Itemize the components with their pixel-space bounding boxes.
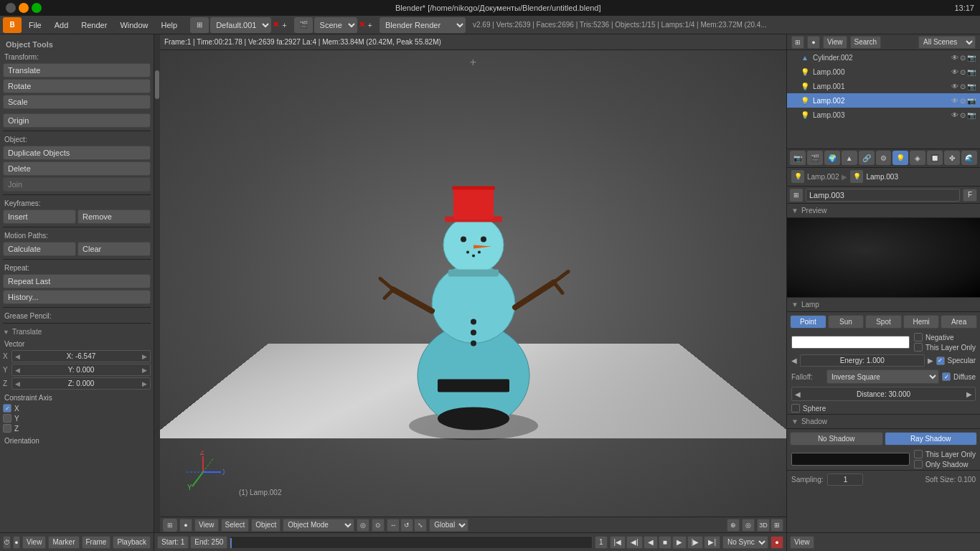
prop-tab-world[interactable]: 🌍 xyxy=(824,151,840,165)
scene-select[interactable]: Scene xyxy=(314,17,357,33)
outliner-item-lamp3[interactable]: 💡 Lamp.003 👁 ⊙ 📷 xyxy=(787,108,980,122)
prop-tab-object[interactable]: ▲ xyxy=(842,151,857,165)
falloff-select[interactable]: Inverse Square xyxy=(826,369,939,384)
clear-button[interactable]: Clear xyxy=(77,242,151,256)
marker-btn[interactable]: Marker xyxy=(48,536,79,549)
z-arrow-right[interactable]: ▶ xyxy=(142,380,147,387)
jump-start-btn[interactable]: |◀ xyxy=(610,536,626,549)
start-frame-btn[interactable]: Start: 1 xyxy=(157,536,189,549)
scale-manipulator-icon[interactable]: ⤡ xyxy=(414,519,427,532)
eye-icon[interactable]: 👁 xyxy=(951,54,958,62)
view-props-btn[interactable]: View xyxy=(790,536,814,549)
outliner-view-btn[interactable]: View xyxy=(823,36,847,49)
scene-add[interactable]: + xyxy=(368,21,372,29)
join-button[interactable]: Join xyxy=(3,177,151,192)
blender-logo[interactable]: B xyxy=(3,17,22,33)
scene-icon[interactable]: 🎬 xyxy=(294,17,313,33)
prop-tab-constraints[interactable]: 🔗 xyxy=(859,151,875,165)
snapping-icon[interactable]: ⊕ xyxy=(727,519,740,532)
outliner-item-lamp1[interactable]: 💡 Lamp.001 👁 ⊙ 📷 xyxy=(787,79,980,93)
lamp-type-sun[interactable]: Sun xyxy=(828,315,864,329)
timeline-toggle[interactable]: ● xyxy=(13,536,20,549)
render-icon[interactable]: 📷 xyxy=(967,54,976,62)
y-axis-checkbox[interactable] xyxy=(3,414,11,423)
lamp-section-toggle[interactable]: ▼ Lamp xyxy=(787,298,980,312)
prop-tab-particles[interactable]: ✤ xyxy=(944,151,960,165)
lamp-type-hemi[interactable]: Hemi xyxy=(903,315,940,329)
this-layer-only-1-checkbox[interactable] xyxy=(914,343,923,352)
play-back-btn[interactable]: ◀ xyxy=(644,536,658,549)
menu-help[interactable]: Help xyxy=(156,17,184,33)
end-frame-btn[interactable]: End: 250 xyxy=(190,536,227,549)
frame-btn[interactable]: Frame xyxy=(82,536,111,549)
energy-arrow-right[interactable]: ▶ xyxy=(928,357,933,364)
ray-shadow-button[interactable]: Ray Shadow xyxy=(885,432,978,446)
specular-checkbox[interactable]: ✓ xyxy=(936,357,945,365)
rotate-button[interactable]: Rotate xyxy=(3,79,151,93)
current-frame-btn[interactable]: 1 xyxy=(595,536,608,549)
remove-button[interactable]: Remove xyxy=(77,209,151,224)
scene-filter-select[interactable]: All Scenes xyxy=(918,36,976,49)
z-arrow-left[interactable]: ◀ xyxy=(15,380,20,387)
x-arrow-right[interactable]: ▶ xyxy=(142,353,147,360)
this-layer-only-2-checkbox[interactable] xyxy=(914,450,923,458)
scene-close[interactable]: ✕ xyxy=(359,20,365,29)
preview-toggle[interactable]: ▼ Preview xyxy=(787,204,980,218)
repeat-last-button[interactable]: Repeat Last xyxy=(3,274,151,288)
z-axis-checkbox[interactable] xyxy=(3,424,11,433)
rotate-manipulator-icon[interactable]: ↺ xyxy=(400,519,413,532)
render-icon-3[interactable]: 📷 xyxy=(967,111,976,119)
menu-render[interactable]: Render xyxy=(75,17,113,33)
no-shadow-button[interactable]: No Shadow xyxy=(790,432,883,446)
prop-tab-data[interactable]: 💡 xyxy=(892,151,908,165)
left-panel-scrollbar[interactable] xyxy=(154,34,160,532)
layout-icon[interactable]: ⊞ xyxy=(190,17,209,33)
timeline-icon[interactable]: ⏱ xyxy=(3,536,11,549)
x-input[interactable]: ◀ X: -6.547 ▶ xyxy=(11,350,151,362)
prop-tab-materials[interactable]: ◈ xyxy=(910,151,925,165)
cursor-icon-2[interactable]: ⊙ xyxy=(960,97,966,105)
view-timeline-btn[interactable]: View xyxy=(22,536,47,549)
z-input[interactable]: ◀ Z: 0.000 ▶ xyxy=(11,377,151,390)
x-axis-checkbox[interactable]: ✓ xyxy=(3,404,11,413)
shadow-color-picker[interactable] xyxy=(791,453,910,466)
eye-icon-0[interactable]: 👁 xyxy=(951,68,958,76)
prop-tab-modifiers[interactable]: ⚙ xyxy=(876,151,892,165)
play-btn[interactable]: ▶ xyxy=(672,536,687,549)
render-icon-2[interactable]: 📷 xyxy=(967,97,976,105)
view-3d-icon[interactable]: 3D xyxy=(757,519,770,532)
playback-btn[interactable]: Playback xyxy=(113,536,151,549)
jump-end-btn[interactable]: ▶| xyxy=(704,536,720,549)
viewport-shading-icon[interactable]: ◎ xyxy=(357,519,369,532)
only-shadow-label[interactable]: Only Shadow xyxy=(914,460,976,468)
origin-button[interactable]: Origin xyxy=(3,113,151,128)
eye-icon-1[interactable]: 👁 xyxy=(951,83,958,90)
negative-checkbox[interactable] xyxy=(914,333,923,342)
delete-button[interactable]: Delete xyxy=(3,161,151,176)
layout-close[interactable]: ✕ xyxy=(273,20,279,29)
layers-icon[interactable]: ⊞ xyxy=(771,519,783,532)
lamp-type-spot[interactable]: Spot xyxy=(865,315,902,329)
sphere-checkbox[interactable] xyxy=(791,404,800,413)
viewport[interactable]: Frame:1 | Time:00:21.78 | Ve:2639 fa:292… xyxy=(160,34,786,532)
transform-orientation-select[interactable]: Global xyxy=(429,519,468,532)
prop-tab-render[interactable]: 📷 xyxy=(790,151,806,165)
eye-icon-2[interactable]: 👁 xyxy=(951,97,958,105)
menu-file[interactable]: File xyxy=(23,17,47,33)
viewport-icon[interactable]: ⊞ xyxy=(163,519,177,532)
outliner-search-btn[interactable]: Search xyxy=(850,36,882,49)
specular-label[interactable]: ✓ Specular xyxy=(936,357,976,365)
negative-label[interactable]: Negative xyxy=(914,333,976,342)
prop-tab-physics[interactable]: 🌊 xyxy=(961,151,977,165)
lamp-color-picker[interactable] xyxy=(791,336,910,349)
outliner-icon[interactable]: ⊞ xyxy=(791,36,804,49)
lamp-type-point[interactable]: Point xyxy=(790,315,826,329)
translate-button[interactable]: Translate xyxy=(3,63,151,77)
render-engine-select[interactable]: Blender Render xyxy=(380,17,466,33)
view-button[interactable]: View xyxy=(194,519,219,532)
cursor-icon-1[interactable]: ⊙ xyxy=(960,83,966,90)
breadcrumb-lamp002[interactable]: Lamp.002 xyxy=(807,173,839,181)
object-mode-select[interactable]: Object Mode xyxy=(283,519,354,532)
shadow-section-toggle[interactable]: ▼ Shadow xyxy=(787,415,980,429)
prop-tab-textures[interactable]: 🔲 xyxy=(927,151,943,165)
